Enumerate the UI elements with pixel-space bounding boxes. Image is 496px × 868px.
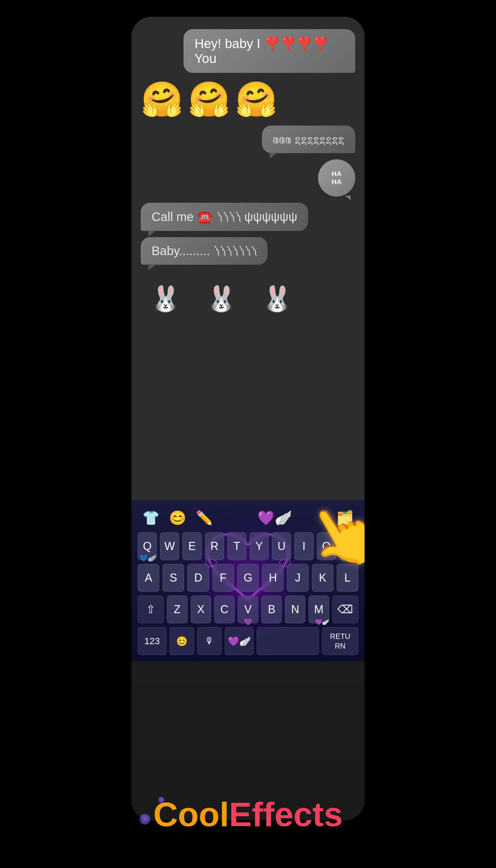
key-v[interactable]: V💜	[238, 595, 258, 623]
key-emoji-button[interactable]: 😊	[170, 627, 194, 655]
orb-small-2	[140, 814, 150, 825]
key-m[interactable]: M💜🪽	[308, 595, 329, 623]
sticker-3: 🐰	[252, 274, 302, 324]
key-h[interactable]: H	[262, 564, 284, 592]
message-text-5: Call me ☎️ ༽༽༽༽ ψψψψψψ	[152, 210, 297, 223]
key-a[interactable]: A	[138, 564, 159, 592]
haha-text: HAHA	[332, 170, 342, 186]
key-u[interactable]: U	[272, 532, 291, 560]
key-r[interactable]: R	[205, 532, 224, 560]
key-t[interactable]: T	[227, 532, 246, 560]
message-bubble-left-6: Baby......... ༽༽༽༽༽༽༽	[141, 237, 267, 265]
phone-frame: Hey! baby I ❣️❣️❣️❣️ You 🤗 🤗 🤗 ຓຓຓ ຊຊຊຊຊ…	[130, 16, 366, 822]
key-row-4: 123 😊 🎙 💜🪽 RETURN	[138, 627, 358, 655]
emoji-row-1: 🤗 🤗 🤗	[141, 79, 355, 119]
toolbar-left: 👕 😊 ✏️	[142, 510, 213, 526]
shirt-icon[interactable]: 👕	[142, 510, 160, 526]
key-shift[interactable]: ⇧	[138, 595, 164, 623]
key-d[interactable]: D	[187, 564, 209, 592]
phone-wrapper: Hey! baby I ❣️❣️❣️❣️ You 🤗 🤗 🤗 ຓຓຓ ຊຊຊຊຊ…	[121, 16, 375, 852]
emoji-2: 🤗	[188, 82, 230, 116]
key-z[interactable]: Z	[167, 595, 187, 623]
message-bubble-right-1: Hey! baby I ❣️❣️❣️❣️ You	[184, 29, 355, 73]
effects-text: Effects	[229, 794, 343, 834]
emoji-1: 🤗	[141, 82, 183, 116]
sticker-row-1: 🐰 🐰 🐰	[141, 271, 355, 327]
cool-text: Cool	[153, 794, 229, 834]
message-text-3: ຓຓຓ ຊຊຊຊຊຊຊຊ	[273, 133, 344, 146]
key-backspace[interactable]: ⌫	[332, 595, 358, 623]
pencil-icon[interactable]: ✏️	[196, 510, 213, 526]
emoji-3: 🤗	[235, 82, 277, 116]
key-c[interactable]: C	[214, 595, 235, 623]
key-w[interactable]: W	[160, 532, 179, 560]
bottom-text: Cool Effects	[153, 794, 343, 834]
heart-wings-center-icon[interactable]: 💜🪽	[257, 510, 292, 526]
key-b[interactable]: B	[261, 595, 282, 623]
key-return[interactable]: RETURN	[322, 627, 358, 655]
message-text-1: Hey! baby I ❣️❣️❣️❣️ You	[195, 36, 328, 66]
message-bubble-left-3: ຓຓຓ ຊຊຊຊຊຊຊຊ	[262, 126, 355, 153]
sticker-1: 🐰	[141, 274, 190, 324]
key-space[interactable]	[257, 627, 319, 655]
message-text-6: Baby......... ༽༽༽༽༽༽༽	[152, 244, 257, 258]
key-x[interactable]: X	[191, 595, 211, 623]
key-row-3: ⇧ Z X C V💜 B N M💜🪽 ⌫	[138, 595, 358, 623]
key-s[interactable]: S	[162, 564, 184, 592]
key-e[interactable]: E	[182, 532, 202, 560]
emoji-icon[interactable]: 😊	[169, 510, 186, 526]
key-heart-wings[interactable]: 💜🪽	[225, 627, 253, 655]
chat-area: Hey! baby I ❣️❣️❣️❣️ You 🤗 🤗 🤗 ຓຓຓ ຊຊຊຊຊ…	[131, 17, 365, 500]
message-bubble-left-5: Call me ☎️ ༽༽༽༽ ψψψψψψ	[141, 203, 308, 231]
sticker-2: 🐰	[197, 274, 246, 324]
key-y[interactable]: Y	[250, 532, 269, 560]
orb-small-1	[158, 797, 164, 803]
key-n[interactable]: N	[285, 595, 305, 623]
message-haha: HAHA	[318, 159, 355, 197]
toolbar-center: 💜🪽	[257, 510, 292, 526]
key-g[interactable]: G	[237, 564, 259, 592]
key-j[interactable]: J	[287, 564, 308, 592]
key-f[interactable]: F	[212, 564, 234, 592]
key-microphone[interactable]: 🎙	[197, 627, 222, 655]
key-123[interactable]: 123	[138, 627, 167, 655]
key-q[interactable]: Q💙🪽	[138, 532, 157, 560]
